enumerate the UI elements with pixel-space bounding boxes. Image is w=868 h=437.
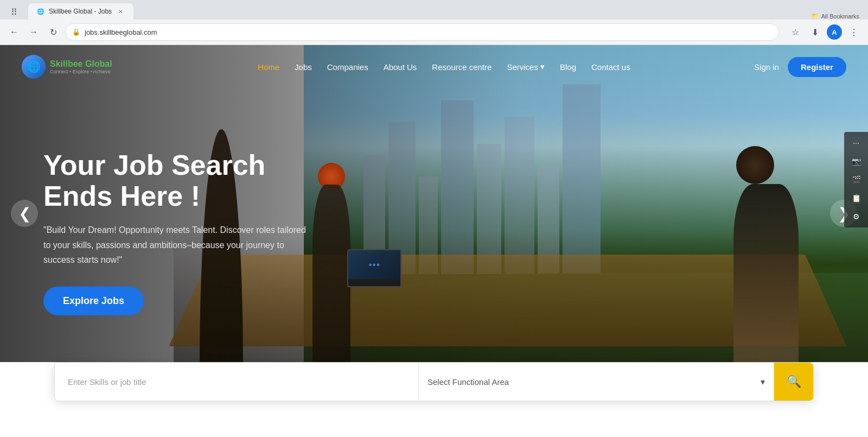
- nav-link-home[interactable]: Home: [258, 62, 279, 72]
- search-section: Select Functional Area IT & Software Mar…: [0, 362, 868, 401]
- navbar: 🌐 Skillbee Global Connect • Explore • Ac…: [0, 45, 868, 88]
- functional-area-wrapper: Select Functional Area IT & Software Mar…: [419, 363, 774, 401]
- nav-link-blog[interactable]: Blog: [560, 62, 576, 72]
- apps-button[interactable]: ⠿: [7, 4, 22, 20]
- url-text: jobs.skillbeeglobal.com: [85, 28, 157, 36]
- logo-subtitle: Connect • Explore • Achieve: [50, 69, 112, 74]
- browser-chrome: ⠿ 🌐 Skillbee Global - Jobs ✕ 📁 All Bookm…: [0, 0, 868, 45]
- hero-title: Your Job Search Ends Here !: [43, 150, 315, 212]
- browser-toolbar: ← → ↻ 🔒 jobs.skillbeeglobal.com ☆ ⬇ A ⋮: [0, 20, 868, 45]
- menu-button[interactable]: ⋮: [846, 24, 861, 40]
- forward-button[interactable]: →: [26, 24, 41, 40]
- search-icon: 🔍: [787, 375, 801, 389]
- nav-link-resource[interactable]: Resource centre: [432, 62, 492, 72]
- signin-link[interactable]: Sign in: [754, 62, 779, 72]
- bookmarks-icon: 📁: [812, 12, 819, 20]
- download-button[interactable]: ⬇: [807, 24, 822, 40]
- nav-link-companies[interactable]: Companies: [327, 62, 368, 72]
- featured-companies-title: Featured Companies: [54, 434, 814, 437]
- carousel-prev-button[interactable]: ❮: [11, 200, 38, 227]
- browser-actions: ☆ ⬇ A ⋮: [788, 24, 861, 40]
- hero-section: ■ ■ ■ 🌐 Skillbee Global Connect • Explor…: [0, 45, 868, 382]
- explore-jobs-button[interactable]: Explore Jobs: [43, 287, 144, 315]
- settings-tool-button[interactable]: ⚙: [846, 208, 866, 225]
- logo-title: Skillbee Global: [50, 59, 112, 69]
- share-tool-button[interactable]: ···: [846, 134, 866, 151]
- nav-link-services[interactable]: Services ▾: [507, 62, 545, 72]
- security-icon: 🔒: [72, 28, 80, 36]
- tab-title: Skillbee Global - Jobs: [49, 8, 112, 15]
- video-tool-button[interactable]: 🎬: [846, 171, 866, 188]
- reload-button[interactable]: ↻: [46, 24, 61, 40]
- camera-tool-button[interactable]: 📷: [846, 153, 866, 170]
- nav-link-about[interactable]: About Us: [384, 62, 417, 72]
- back-button[interactable]: ←: [7, 24, 22, 40]
- nav-links: Home Jobs Companies About Us Resource ce…: [134, 62, 754, 72]
- nav-actions: Sign in Register: [754, 57, 846, 77]
- side-toolbar: ··· 📷 🎬 📋 ⚙: [844, 132, 868, 227]
- search-bar: Select Functional Area IT & Software Mar…: [54, 362, 814, 401]
- hero-content: Your Job Search Ends Here ! "Build Your …: [43, 150, 315, 315]
- register-button[interactable]: Register: [788, 57, 846, 77]
- tabs-bar: ⠿ 🌐 Skillbee Global - Jobs ✕ 📁 All Bookm…: [0, 0, 868, 20]
- tab-close-button[interactable]: ✕: [116, 7, 125, 16]
- logo-text-wrap: Skillbee Global Connect • Explore • Achi…: [50, 59, 112, 74]
- functional-area-select[interactable]: Select Functional Area IT & Software Mar…: [427, 363, 765, 401]
- services-dropdown-arrow: ▾: [540, 62, 545, 72]
- search-button[interactable]: 🔍: [774, 363, 813, 401]
- nav-link-contact[interactable]: Contact us: [591, 62, 630, 72]
- nav-link-jobs[interactable]: Jobs: [295, 62, 312, 72]
- logo[interactable]: 🌐 Skillbee Global Connect • Explore • Ac…: [22, 55, 112, 79]
- featured-companies-section: Featured Companies: [0, 401, 868, 437]
- bookmarks-label: All Bookmarks: [821, 13, 859, 20]
- hero-subtitle: "Build Your Dream! Opportunity meets Tal…: [43, 223, 315, 267]
- address-bar[interactable]: 🔒 jobs.skillbeeglobal.com: [65, 23, 779, 41]
- skills-search-input[interactable]: [55, 363, 419, 401]
- active-tab[interactable]: 🌐 Skillbee Global - Jobs ✕: [28, 3, 133, 20]
- account-button[interactable]: A: [827, 24, 842, 40]
- bookmark-button[interactable]: ☆: [788, 24, 803, 40]
- logo-icon: 🌐: [22, 55, 46, 79]
- clipboard-tool-button[interactable]: 📋: [846, 189, 866, 207]
- website-content: ■ ■ ■ 🌐 Skillbee Global Connect • Explor…: [0, 45, 868, 437]
